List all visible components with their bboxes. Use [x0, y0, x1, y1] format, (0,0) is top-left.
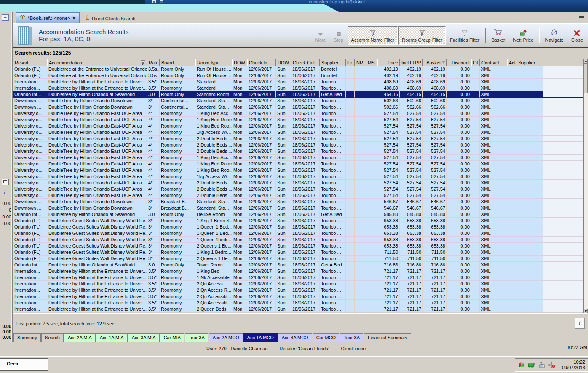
- column-header-check_out[interactable]: Check Out: [291, 59, 320, 66]
- collapse-tabstrip-icon[interactable]: [579, 14, 584, 18]
- bottom-tab-acc-2a-mco[interactable]: Acc 2A MCO: [209, 333, 243, 342]
- scroll-down-icon[interactable]: [584, 309, 588, 313]
- table-row[interactable]: Downtown ...DoubleTree by Hilton Orlando…: [13, 104, 583, 110]
- table-row[interactable]: Internation...Doubletree by Hilton at th…: [13, 85, 583, 91]
- table-row[interactable]: Orlando Int...Doubletree by Hilton Orlan…: [13, 262, 583, 268]
- table-row[interactable]: Downtown ...DoubleTree by Hilton Orlando…: [13, 199, 583, 205]
- basket-button[interactable]: Basket: [488, 26, 509, 45]
- column-header-resort[interactable]: Resort: [13, 59, 47, 66]
- table-row[interactable]: University o...DoubleTree by Hilton Orla…: [13, 180, 583, 186]
- table-row[interactable]: Orlando Int...Doubletree by Hilton Orlan…: [13, 91, 583, 98]
- rooms-group-filter-button[interactable]: Rooms Group Filter: [398, 26, 446, 45]
- column-header-rating[interactable]: Rati...: [147, 59, 160, 66]
- table-row[interactable]: University o...DoubleTree by Hilton Orla…: [13, 110, 583, 117]
- facilities-filter-button[interactable]: Facilities Filter: [446, 26, 483, 45]
- close-window-button[interactable]: ×: [357, 0, 361, 4]
- table-row[interactable]: University o...DoubleTree by Hilton Orla…: [13, 161, 583, 167]
- table-row[interactable]: Internation...Doubletree by Hilton at th…: [13, 300, 583, 306]
- column-header-accommodation[interactable]: Accommodation: [47, 59, 147, 66]
- table-row[interactable]: University o...DoubleTree by Hilton Orla…: [13, 167, 583, 173]
- table-row[interactable]: Downtown ...DoubleTree by Hilton Orlando…: [13, 205, 583, 211]
- table-row[interactable]: Internation...Doubletree by Hilton at th…: [13, 79, 583, 85]
- network-status-tray-icon[interactable]: [538, 362, 545, 369]
- scroll-up-icon[interactable]: [584, 59, 588, 64]
- column-header-of[interactable]: Of: [471, 59, 480, 66]
- table-row[interactable]: University o...DoubleTree by Hilton Orla…: [13, 142, 583, 148]
- minimize-button[interactable]: _: [340, 0, 345, 4]
- bottom-tab-acc-3a-mia[interactable]: Acc 3A MIA: [128, 333, 160, 342]
- table-row[interactable]: University o...DoubleTree by Hilton Orla…: [13, 136, 583, 142]
- table-row[interactable]: University o...DoubleTree by Hilton Orla…: [13, 148, 583, 155]
- column-header-dow_out[interactable]: DOW: [276, 59, 291, 66]
- taskbar-app-button[interactable]: Ocea...: [0, 358, 48, 371]
- table-row[interactable]: Internation...Doubletree by Hilton at th…: [13, 306, 583, 312]
- network-card-tray-icon[interactable]: [528, 362, 535, 369]
- table-row[interactable]: Orlando (FL)Doubletree Guest Suites Walt…: [13, 243, 583, 249]
- bottom-tab-acc-2a-mia[interactable]: Acc 2A MIA: [64, 333, 96, 342]
- column-header-incl_fl_pp[interactable]: Incl.Fl.PP: [400, 59, 423, 66]
- column-header-check_in[interactable]: Check In: [247, 59, 276, 66]
- vertical-scrollbar[interactable]: [583, 59, 588, 313]
- bottom-tab-tour-3a[interactable]: Tour 3A: [185, 333, 208, 342]
- accomm-name-filter-button[interactable]: Accomm Name Filter: [348, 26, 398, 45]
- volume-muted-tray-icon[interactable]: [548, 362, 555, 369]
- table-row[interactable]: University o...DoubleTree by Hilton Orla…: [13, 155, 583, 161]
- tab-book-ref[interactable]: *Book. ref.: <none>: [16, 12, 80, 23]
- bottom-tab-acc-1a-mia[interactable]: Acc 1A MIA: [96, 333, 128, 342]
- table-row[interactable]: University o...DoubleTree by Hilton Orla…: [13, 192, 583, 199]
- tab-direct-clients-search[interactable]: Direct Clients Search: [81, 13, 139, 23]
- table-row[interactable]: Orlando (FL)Doubletree Guest Suites Walt…: [13, 249, 583, 256]
- table-row[interactable]: Orlando (FL)Doubletree Guest Suites Walt…: [13, 256, 583, 262]
- bottom-tab-car-mco[interactable]: Car MCO: [313, 333, 339, 342]
- bottom-tab-car-mia[interactable]: Car MIA: [160, 333, 184, 342]
- table-row[interactable]: Orlando (FL)Doubletree Guest Suites Walt…: [13, 230, 583, 237]
- antivirus-tray-icon[interactable]: [518, 362, 525, 369]
- table-row[interactable]: Orlando (FL)Doubletree Guest Suites Walt…: [13, 224, 583, 230]
- table-row[interactable]: University o...DoubleTree by Hilton Orla…: [13, 117, 583, 123]
- table-row[interactable]: Orlando (FL)Doubletree Guest Suites Walt…: [13, 218, 583, 224]
- column-filter-icon[interactable]: [141, 60, 145, 65]
- table-row[interactable]: University o...DoubleTree by Hilton Orla…: [13, 186, 583, 192]
- maximize-button[interactable]: □: [349, 0, 353, 4]
- column-header-dow_in[interactable]: DOW: [232, 59, 247, 66]
- info-button[interactable]: i: [575, 318, 585, 329]
- column-header-room_type[interactable]: Room type: [195, 59, 232, 66]
- table-row[interactable]: Downtown ...DoubleTree by Hilton Orlando…: [13, 98, 583, 104]
- table-row[interactable]: Orlando (FL)Doubletree at the Entrance t…: [13, 72, 583, 79]
- collapse-panel-button[interactable]: –: [2, 14, 9, 21]
- table-row[interactable]: Internation...Doubletree by Hilton at th…: [13, 281, 583, 287]
- table-row[interactable]: Internation...Doubletree by Hilton at th…: [13, 293, 583, 300]
- table-row[interactable]: University o...DoubleTree by Hilton Orla…: [13, 123, 583, 129]
- table-row[interactable]: Internation...Doubletree by Hilton at th…: [13, 274, 583, 281]
- table-row[interactable]: Internation...Doubletree by Hilton at th…: [13, 287, 583, 293]
- column-header-supplier[interactable]: Supplier: [320, 59, 346, 66]
- column-header-basket[interactable]: Basket: [423, 59, 447, 66]
- bottom-tab-financial-summary[interactable]: Financial Summary: [364, 333, 411, 342]
- column-header-contract[interactable]: Contract: [480, 59, 507, 66]
- table-row[interactable]: University o...DoubleTree by Hilton Orla…: [13, 173, 583, 180]
- nett-price-button[interactable]: Nett Price: [510, 26, 537, 45]
- table-row[interactable]: Orlando Int...Doubletree by Hilton Orlan…: [13, 211, 583, 218]
- bottom-tab-tour-3a[interactable]: Tour 3A: [340, 333, 363, 342]
- bottom-tab-summary[interactable]: Summary: [13, 333, 41, 342]
- table-row[interactable]: University o...DoubleTree by Hilton Orla…: [13, 129, 583, 136]
- column-header-discount[interactable]: Discount: [447, 59, 471, 66]
- bottom-tab-acc-1a-mco[interactable]: Acc 1A MCO: [243, 333, 278, 342]
- table-row[interactable]: Orlando (FL)Doubletree at the Entrance t…: [13, 66, 583, 72]
- table-row[interactable]: Internation...Doubletree by Hilton at th…: [13, 268, 583, 274]
- cell-supplier: Tourico ...: [320, 249, 346, 256]
- tab-close-icon[interactable]: [72, 16, 76, 20]
- bottom-tab-search[interactable]: Search: [41, 333, 64, 342]
- scrollbar-thumb[interactable]: [584, 64, 588, 93]
- restore-panel-button[interactable]: [2, 179, 9, 185]
- close-results-button[interactable]: Close: [568, 26, 586, 45]
- column-header-nr[interactable]: NR: [355, 59, 366, 66]
- table-row[interactable]: Orlando (FL)Doubletree Guest Suites Walt…: [13, 237, 583, 243]
- bottom-tab-acc-3a-mco[interactable]: Acc 3A MCO: [278, 333, 312, 342]
- column-header-ms[interactable]: MS: [366, 59, 377, 66]
- column-header-er[interactable]: Er: [346, 59, 355, 66]
- column-header-board[interactable]: Board: [160, 59, 195, 66]
- column-header-price[interactable]: Price: [377, 59, 400, 66]
- navigate-button[interactable]: Navigate: [542, 26, 567, 45]
- column-header-act_supplier[interactable]: Act. Supplier: [507, 59, 543, 66]
